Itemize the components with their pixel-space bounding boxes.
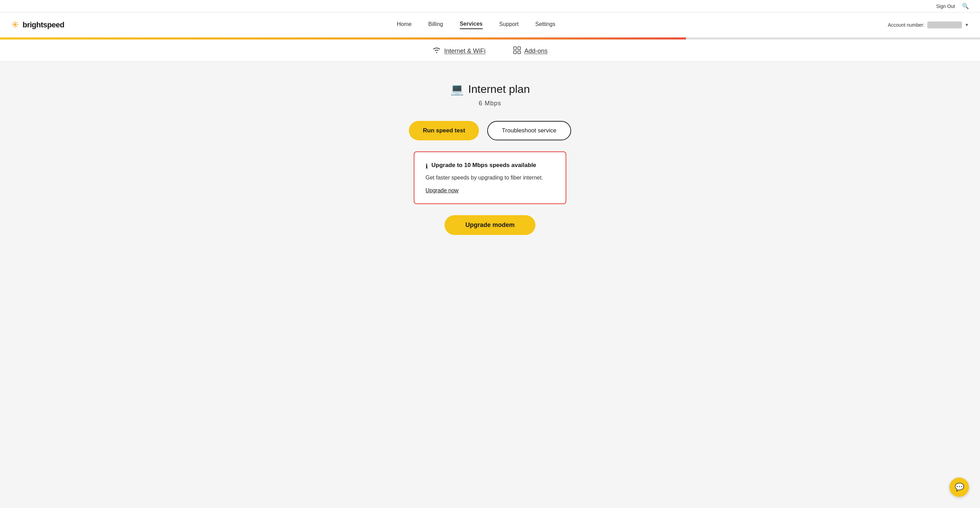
troubleshoot-service-button[interactable]: Troubleshoot service — [487, 121, 571, 140]
nav-services[interactable]: Services — [460, 21, 483, 29]
nav-support[interactable]: Support — [500, 21, 519, 29]
upgrade-modem-button[interactable]: Upgrade modem — [445, 215, 535, 235]
internet-plan-section: 💻 Internet plan 6 Mbps — [450, 83, 530, 107]
svg-rect-0 — [514, 47, 516, 49]
tab-addons[interactable]: Add-ons — [513, 46, 547, 61]
laptop-icon: 💻 — [450, 83, 464, 96]
wifi-icon — [433, 47, 441, 55]
tabs-row: Internet & WiFi Add-ons — [0, 40, 980, 62]
header: ✳ brightspeed Home Billing Services Supp… — [0, 13, 980, 37]
chat-icon: 💬 — [955, 483, 964, 492]
logo-text: brightspeed — [22, 21, 64, 29]
account-section[interactable]: Account number: ▼ — [888, 22, 969, 29]
nav-billing[interactable]: Billing — [428, 21, 443, 29]
chat-button[interactable]: 💬 — [950, 478, 969, 497]
info-icon: ℹ — [425, 162, 428, 170]
upgrade-info-card: ℹ Upgrade to 10 Mbps speeds available Ge… — [414, 151, 566, 204]
top-bar: Sign Out 🔍 — [0, 0, 980, 13]
account-number-value — [927, 22, 962, 29]
sign-out-link[interactable]: Sign Out — [936, 3, 955, 9]
nav-home[interactable]: Home — [397, 21, 412, 29]
upgrade-now-link[interactable]: Upgrade now — [425, 187, 458, 194]
tab-internet-wifi[interactable]: Internet & WiFi — [433, 47, 485, 60]
info-card-title: Upgrade to 10 Mbps speeds available — [431, 162, 536, 169]
internet-plan-title: 💻 Internet plan — [450, 83, 530, 96]
account-chevron-icon: ▼ — [965, 22, 969, 27]
logo[interactable]: ✳ brightspeed — [11, 20, 64, 30]
main-nav: Home Billing Services Support Settings — [397, 21, 555, 29]
action-buttons-row: Run speed test Troubleshoot service — [409, 121, 571, 140]
grid-icon — [513, 46, 521, 56]
main-content: 💻 Internet plan 6 Mbps Run speed test Tr… — [0, 62, 980, 263]
nav-settings[interactable]: Settings — [535, 21, 555, 29]
search-icon[interactable]: 🔍 — [962, 3, 969, 10]
info-card-header: ℹ Upgrade to 10 Mbps speeds available — [425, 162, 555, 170]
svg-rect-2 — [514, 51, 516, 54]
logo-icon: ✳ — [11, 20, 19, 30]
account-number-label: Account number: — [888, 22, 924, 28]
svg-rect-3 — [518, 51, 520, 54]
info-card-body: Get faster speeds by upgrading to fiber … — [425, 174, 555, 182]
tab-internet-wifi-label: Internet & WiFi — [444, 48, 485, 55]
internet-plan-speed: 6 Mbps — [479, 100, 501, 107]
svg-rect-1 — [518, 47, 520, 49]
tab-addons-label: Add-ons — [524, 48, 547, 55]
run-speed-test-button[interactable]: Run speed test — [409, 121, 479, 140]
